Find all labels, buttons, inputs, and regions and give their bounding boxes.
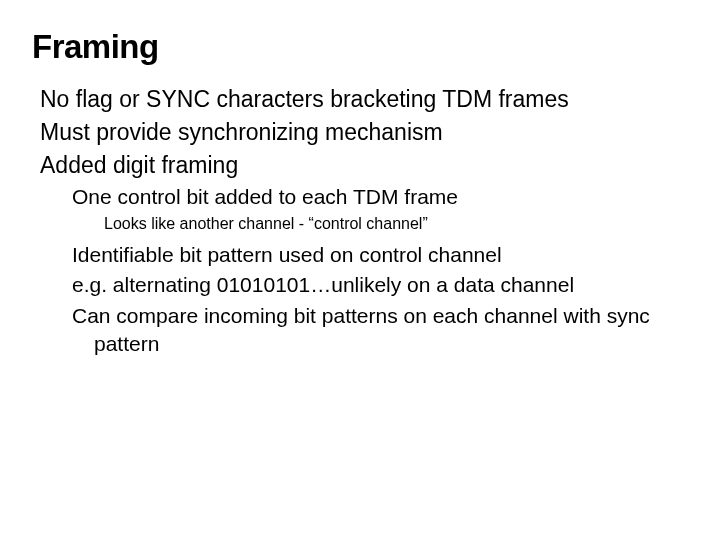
bullet-level2: One control bit added to each TDM frame xyxy=(72,183,688,211)
bullet-level1: Added digit framing xyxy=(40,150,688,181)
slide: Framing No flag or SYNC characters brack… xyxy=(0,0,720,358)
bullet-level3: Looks like another channel - “control ch… xyxy=(104,213,688,235)
bullet-level2: Identifiable bit pattern used on control… xyxy=(72,241,688,269)
slide-title: Framing xyxy=(32,28,688,66)
bullet-level1: Must provide synchronizing mechanism xyxy=(40,117,688,148)
bullet-level2: e.g. alternating 01010101…unlikely on a … xyxy=(72,271,688,299)
bullet-level1: No flag or SYNC characters bracketing TD… xyxy=(40,84,688,115)
bullet-level2: Can compare incoming bit patterns on eac… xyxy=(72,302,688,359)
